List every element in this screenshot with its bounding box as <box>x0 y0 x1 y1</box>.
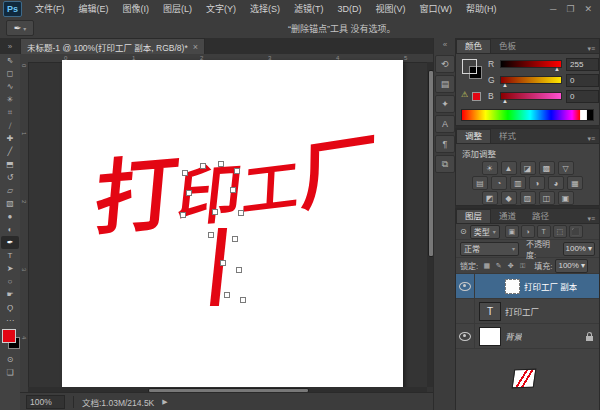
visibility-toggle[interactable] <box>456 274 475 298</box>
quick-mask-icon-icon[interactable]: ⊙ <box>1 353 19 366</box>
lock-icon[interactable]: ✥ <box>505 260 516 271</box>
edit-toolbar-icon-icon[interactable]: ⋯ <box>1 314 19 327</box>
gamut-color-swatch[interactable] <box>472 92 481 101</box>
status-popup-arrow-icon[interactable]: ▶ <box>162 398 167 406</box>
adjustment-icon[interactable]: ◆ <box>501 191 517 205</box>
maximize-button[interactable]: ❐ <box>566 4 574 14</box>
adjustment-icon[interactable]: ▤ <box>472 176 488 190</box>
layers-tab-通道[interactable]: 通道 <box>491 210 524 223</box>
blend-mode-dropdown[interactable]: 正常 ▾ <box>460 242 519 256</box>
slider-marker[interactable]: ▲ <box>502 98 508 104</box>
path-anchor-point[interactable] <box>208 232 214 238</box>
path-anchor-point[interactable] <box>238 210 244 216</box>
close-button[interactable]: ✕ <box>584 4 592 14</box>
marquee-tool-icon[interactable]: ◻ <box>1 67 19 80</box>
panel-menu-icon[interactable]: ▾≡ <box>587 215 599 223</box>
layer-thumbnail[interactable] <box>512 368 537 388</box>
document-tab[interactable]: 未标题-1 @ 100%(打印工厂 副本, RGB/8)* × <box>20 38 205 54</box>
layer-thumbnail[interactable] <box>479 327 501 346</box>
layer-filter-icon[interactable]: ◑ <box>521 225 535 238</box>
opacity-field[interactable]: 100% ▾ <box>563 242 595 256</box>
lock-icon[interactable]: ✎ <box>493 260 504 271</box>
menu-item-3D[interactable]: 3D(D) <box>331 1 369 18</box>
adjustment-icon[interactable]: ▥ <box>510 176 526 190</box>
path-selection-tool-icon[interactable]: ➤ <box>1 262 19 275</box>
filter-kind-dropdown[interactable]: 类型 ▾ <box>470 225 500 239</box>
color-tab-颜色[interactable]: 颜色 <box>456 39 491 53</box>
color-tab-色板[interactable]: 色板 <box>491 40 524 53</box>
history-panel-icon[interactable]: ⟲ <box>435 55 455 73</box>
layer-row[interactable]: 背景 <box>456 324 599 349</box>
adjustment-icon[interactable]: ◑ <box>529 176 545 190</box>
channel-slider-R[interactable]: ▲ <box>500 60 562 68</box>
panel-menu-icon[interactable]: ▾≡ <box>587 45 599 53</box>
path-anchor-point[interactable] <box>200 163 206 169</box>
clone-source-panel-icon[interactable]: ⧉ <box>435 155 455 173</box>
adjustment-icon[interactable]: ▦ <box>567 176 583 190</box>
fill-field[interactable]: 100% ▾ <box>555 259 587 273</box>
menu-item-图像[interactable]: 图像(I) <box>116 1 157 18</box>
crop-tool-icon[interactable]: ⌗ <box>1 106 19 119</box>
adjustment-icon[interactable]: ▩ <box>539 161 555 175</box>
character-panel-icon[interactable]: A <box>435 115 455 133</box>
path-anchor-point[interactable] <box>236 267 242 273</box>
brush-presets-panel-icon[interactable]: ✦ <box>435 95 455 113</box>
tab-close-icon[interactable]: × <box>193 42 198 52</box>
color-swatches[interactable] <box>1 329 19 351</box>
channel-slider-G[interactable]: ▲ <box>500 76 562 84</box>
brush-tool-icon[interactable]: ╱ <box>1 145 19 158</box>
path-anchor-point[interactable] <box>182 170 188 176</box>
adjustment-icon[interactable]: ☀ <box>482 161 498 175</box>
visibility-toggle[interactable] <box>456 299 475 323</box>
artwork-text[interactable]: 打印工厂 <box>89 147 380 239</box>
menu-item-编辑[interactable]: 编辑(E) <box>72 1 116 18</box>
paragraph-panel-icon[interactable]: ¶ <box>435 135 455 153</box>
foreground-color-swatch[interactable] <box>462 59 477 74</box>
adjustment-icon[interactable]: ▽ <box>558 161 574 175</box>
pen-tool-icon[interactable]: ✒ <box>1 236 19 249</box>
hand-tool-icon[interactable]: ☛ <box>1 288 19 301</box>
adjustment-icon[interactable]: ▣ <box>558 191 574 205</box>
path-anchor-point[interactable] <box>230 187 236 193</box>
channel-value-field[interactable]: 0 <box>566 74 599 87</box>
slider-marker[interactable]: ▲ <box>554 66 560 72</box>
path-anchor-point[interactable] <box>218 161 224 167</box>
layers-tab-图层[interactable]: 图层 <box>456 209 491 223</box>
path-anchor-point[interactable] <box>186 190 192 196</box>
type-tool-icon[interactable]: T <box>1 249 19 262</box>
tool-preset-picker[interactable]: ✒ ▾ <box>6 20 34 36</box>
layer-row[interactable]: 打印工厂 副本 <box>456 274 599 299</box>
adjustment-icon[interactable]: ◩ <box>482 191 498 205</box>
channel-value-field[interactable]: 255 <box>566 58 599 71</box>
clone-stamp-tool-icon[interactable]: ⬒ <box>1 158 19 171</box>
path-anchor-point[interactable] <box>220 260 226 266</box>
menu-item-选择[interactable]: 选择(S) <box>243 1 287 18</box>
menu-item-视图[interactable]: 视图(V) <box>369 1 413 18</box>
eyedropper-tool-icon[interactable]: ⧸ <box>1 119 19 132</box>
menu-item-文字[interactable]: 文字(Y) <box>199 1 243 18</box>
filter-pick-icon[interactable]: ⊙ <box>460 227 467 236</box>
shape-tool-icon[interactable]: ○ <box>1 275 19 288</box>
path-anchor-point[interactable] <box>234 168 240 174</box>
lasso-tool-icon[interactable]: ∿ <box>1 80 19 93</box>
path-anchor-point[interactable] <box>212 209 218 215</box>
layer-filter-icon[interactable]: ⬚ <box>553 225 567 238</box>
layer-filter-icon[interactable]: ⬛ <box>569 225 583 238</box>
gradient-tool-icon[interactable]: ▧ <box>1 197 19 210</box>
layer-row[interactable]: T打印工厂 <box>456 299 599 324</box>
toolbar-collapse-icon[interactable]: » <box>0 40 20 54</box>
dodge-tool-icon[interactable]: ◐ <box>1 223 19 236</box>
adjustment-icon[interactable]: ▲ <box>501 161 517 175</box>
adjustment-icon[interactable]: ◕ <box>548 176 564 190</box>
visibility-toggle[interactable] <box>456 324 475 348</box>
adjustments-tab-调整[interactable]: 调整 <box>456 129 491 143</box>
layer-filter-icon[interactable]: ▣ <box>505 225 519 238</box>
lock-icon[interactable]: ⚿ <box>517 260 528 271</box>
adjustment-icon[interactable]: ▨ <box>520 191 536 205</box>
adjustment-icon[interactable]: ◫ <box>539 191 555 205</box>
layers-tab-路径[interactable]: 路径 <box>524 210 557 223</box>
screen-mode-icon-icon[interactable]: ❏ <box>1 366 19 379</box>
blur-tool-icon[interactable]: ● <box>1 210 19 223</box>
adjustment-icon[interactable]: ◔ <box>491 176 507 190</box>
zoom-level-field[interactable]: 100% <box>26 395 65 409</box>
